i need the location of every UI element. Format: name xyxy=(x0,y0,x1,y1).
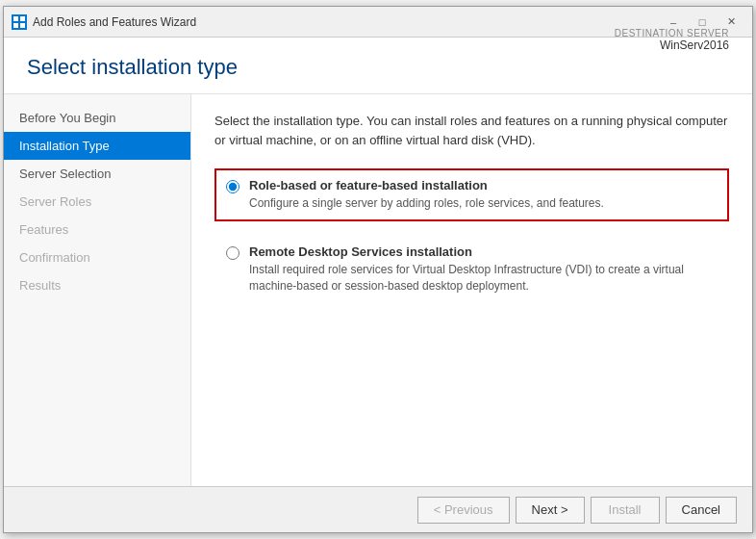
option-remote-desktop-content: Remote Desktop Services installation Ins… xyxy=(249,244,718,295)
destination-name: WinServ2016 xyxy=(660,38,729,52)
destination-label: DESTINATION SERVER xyxy=(615,28,729,38)
svg-rect-1 xyxy=(20,16,25,21)
svg-rect-3 xyxy=(20,23,25,28)
sidebar-item-server-roles: Server Roles xyxy=(4,188,190,216)
option-role-based-desc: Configure a single server by adding role… xyxy=(249,195,718,212)
header: DESTINATION SERVER WinServ2016 Select in… xyxy=(4,38,752,94)
radio-remote-desktop[interactable] xyxy=(226,246,239,260)
sidebar-item-before-you-begin[interactable]: Before You Begin xyxy=(4,104,190,132)
main-content: Select the installation type. You can in… xyxy=(191,94,752,486)
sidebar: Before You Begin Installation Type Serve… xyxy=(4,94,191,486)
next-button[interactable]: Next > xyxy=(516,497,585,524)
sidebar-item-installation-type[interactable]: Installation Type xyxy=(4,132,190,160)
option-role-based[interactable]: Role-based or feature-based installation… xyxy=(214,168,729,221)
description-text: Select the installation type. You can in… xyxy=(214,112,729,149)
sidebar-item-features: Features xyxy=(4,216,190,244)
radio-role-based[interactable] xyxy=(226,180,239,193)
app-icon xyxy=(12,14,27,30)
install-button[interactable]: Install xyxy=(591,497,660,524)
content-area: Before You Begin Installation Type Serve… xyxy=(4,94,752,486)
page-title: Select installation type xyxy=(27,55,729,80)
installation-options: Role-based or feature-based installation… xyxy=(214,168,729,303)
sidebar-item-results: Results xyxy=(4,271,190,299)
sidebar-item-confirmation: Confirmation xyxy=(4,244,190,271)
option-remote-desktop-desc: Install required role services for Virtu… xyxy=(249,262,718,295)
destination-server-info: DESTINATION SERVER WinServ2016 xyxy=(615,28,729,52)
window-title: Add Roles and Features Wizard xyxy=(33,15,660,29)
svg-rect-2 xyxy=(13,23,18,28)
wizard-window: Add Roles and Features Wizard – □ ✕ DEST… xyxy=(3,6,753,533)
option-role-based-content: Role-based or feature-based installation… xyxy=(249,178,718,212)
svg-rect-0 xyxy=(13,16,18,21)
sidebar-item-server-selection[interactable]: Server Selection xyxy=(4,160,190,188)
footer: < Previous Next > Install Cancel xyxy=(4,486,752,532)
option-remote-desktop-title: Remote Desktop Services installation xyxy=(249,244,718,259)
option-role-based-title: Role-based or feature-based installation xyxy=(249,178,718,192)
cancel-button[interactable]: Cancel xyxy=(666,497,737,524)
option-remote-desktop[interactable]: Remote Desktop Services installation Ins… xyxy=(214,235,729,304)
previous-button[interactable]: < Previous xyxy=(417,497,510,524)
